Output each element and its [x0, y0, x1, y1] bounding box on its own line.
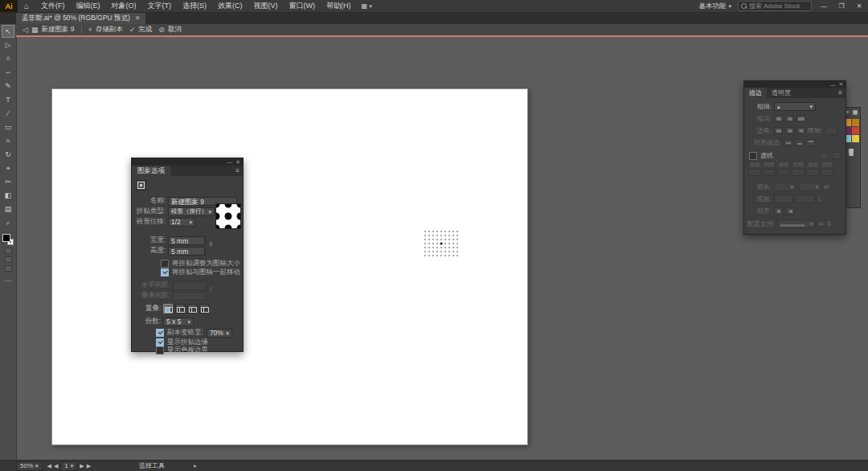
next-artboard-button[interactable]: ▶ [80, 463, 84, 469]
draw-inside-mode-button[interactable] [5, 265, 12, 272]
menu-type[interactable]: 文字(T) [142, 0, 178, 12]
restore-button[interactable]: ❐ [836, 2, 847, 10]
step-up-icon[interactable]: ▴ [777, 104, 780, 109]
align-stroke-center-button[interactable] [784, 139, 792, 146]
status-options-icon[interactable]: ▸ [194, 462, 197, 469]
menu-edit[interactable]: 编辑(E) [71, 0, 106, 12]
magic-wand-tool[interactable]: ✧ [2, 52, 14, 65]
more-tools-button[interactable]: … [2, 272, 14, 285]
overlap-right-in-front-button[interactable] [175, 304, 185, 313]
rectangle-tool[interactable]: ▭ [2, 121, 14, 133]
first-artboard-button[interactable]: ◀ [47, 463, 51, 469]
butt-cap-button[interactable] [774, 115, 783, 122]
menu-select[interactable]: 选择(S) [177, 0, 212, 12]
overlap-bottom-in-front-button[interactable] [199, 304, 209, 313]
done-button[interactable]: ✓ 完成 [129, 25, 153, 35]
collapse-icon[interactable]: — [830, 82, 836, 88]
artboard[interactable] [51, 88, 528, 445]
selection-tool[interactable]: ↖ [2, 25, 14, 38]
mesh-tool[interactable]: ▤ [2, 203, 14, 215]
show-swatch-bounds-checkbox[interactable] [156, 346, 164, 354]
cancel-button[interactable]: ⊘ 取消 [158, 25, 182, 35]
color-swatch[interactable] [852, 135, 859, 142]
fill-color-swatch[interactable] [2, 234, 10, 242]
pattern-tiling-preview[interactable] [424, 231, 458, 256]
draw-normal-mode-button[interactable] [5, 248, 12, 254]
pattern-tile-tool-button[interactable] [136, 180, 146, 190]
projecting-cap-button[interactable] [796, 115, 805, 122]
chevron-down-icon[interactable]: ▾ [809, 104, 813, 109]
fill-stroke-control[interactable] [2, 234, 14, 245]
bevel-join-button[interactable] [796, 127, 805, 134]
dashed-line-checkbox[interactable] [749, 152, 757, 160]
arrange-documents-icon[interactable]: ▦ ▾ [362, 2, 372, 10]
stroke-panel[interactable]: — ✕ 描边 透明度 ≡ 粗细: ▴ ▾ 端点: 边角: 限制: 对齐描边: [743, 80, 846, 235]
menu-help[interactable]: 帮助(H) [321, 0, 357, 12]
type-tool[interactable]: T [2, 93, 14, 106]
size-tile-to-art-checkbox[interactable] [161, 260, 169, 268]
last-artboard-button[interactable]: ▶ [87, 463, 91, 469]
paintbrush-tool[interactable]: ≈ [2, 134, 14, 147]
save-copy-button[interactable]: + 存储副本 [88, 25, 123, 35]
draw-behind-mode-button[interactable] [5, 256, 12, 263]
grid-view-icon[interactable]: ▦ [852, 109, 858, 116]
zoom-level-select[interactable]: 50% ▾ [16, 461, 43, 471]
artboard-navigation-select[interactable]: 1 ▾ [60, 461, 77, 471]
scissors-tool[interactable]: ✂ [2, 175, 14, 188]
lasso-tool[interactable]: ∽ [2, 66, 14, 79]
brick-offset-select[interactable]: 1/2 ▾ [168, 218, 195, 227]
shape-builder-tool[interactable]: ◧ [2, 189, 14, 202]
collapse-icon[interactable]: — [227, 159, 232, 165]
dim-copies-checkbox[interactable] [156, 329, 164, 337]
menu-window[interactable]: 窗口(W) [284, 0, 321, 12]
stock-search-input[interactable]: 搜索 Adobe Stock [738, 1, 812, 11]
round-cap-button[interactable] [785, 115, 794, 122]
panel-close-icon[interactable]: ✕ [235, 159, 240, 166]
align-stroke-outside-button[interactable] [806, 139, 815, 146]
menu-effect[interactable]: 效果(C) [212, 0, 248, 12]
line-segment-tool[interactable]: ∕ [2, 107, 14, 120]
overlap-left-in-front-button[interactable] [163, 304, 173, 313]
limit-input[interactable] [825, 126, 837, 135]
tab-close-icon[interactable]: ✕ [135, 14, 141, 22]
align-dashes-to-corners-button[interactable] [832, 152, 841, 159]
panel-menu-icon[interactable]: ≡ [235, 167, 243, 174]
document-tab[interactable]: 孟菲斯.ai* @ 50% (RGB/GPU 预览) ✕ [16, 12, 145, 24]
copies-select[interactable]: 5 x 5 ▾ [163, 317, 194, 326]
rotate-tool[interactable]: ↻ [2, 148, 14, 161]
color-swatch[interactable] [852, 119, 859, 126]
align-stroke-inside-button[interactable] [795, 139, 804, 146]
pattern-options-tab[interactable]: 图案选项 [132, 166, 170, 176]
overlap-top-in-front-button[interactable] [187, 304, 197, 313]
workspace-switcher[interactable]: 基本功能 ▾ [698, 2, 731, 11]
panel-close-icon[interactable]: ✕ [839, 81, 843, 88]
color-swatch[interactable] [852, 127, 859, 134]
menu-view[interactable]: 视图(V) [248, 0, 284, 12]
round-join-button[interactable] [785, 127, 794, 134]
move-tile-with-art-checkbox[interactable] [161, 268, 169, 276]
exit-pattern-mode-button[interactable]: ◁ ▦ 新建图案 9 [23, 25, 75, 35]
height-input[interactable]: 5 mm [168, 247, 205, 256]
tab-transparency[interactable]: 透明度 [767, 88, 796, 98]
miter-join-button[interactable] [774, 127, 783, 134]
pen-tool[interactable]: ✎ [2, 80, 14, 92]
menu-object[interactable]: 对象(O) [106, 0, 142, 12]
panel-menu-icon[interactable]: ≡ [838, 89, 845, 96]
minimize-button[interactable]: — [818, 2, 829, 10]
dim-copies-select[interactable]: 70% ▾ [207, 329, 232, 338]
home-icon[interactable]: ⌂ [18, 2, 35, 10]
menu-file[interactable]: 文件(F) [35, 0, 71, 12]
weight-stepper[interactable]: ▴ ▾ [774, 102, 816, 111]
width-input[interactable]: 5 mm [168, 236, 205, 245]
direct-selection-tool[interactable]: ▷ [2, 39, 14, 51]
delete-swatch-icon[interactable] [848, 149, 854, 156]
previous-artboard-button[interactable]: ◀ [54, 463, 58, 469]
arrow-tip-align-button[interactable] [774, 207, 783, 215]
zoom-tool[interactable]: ⌕ [2, 216, 14, 229]
tile-type-select[interactable]: 砖形（按行） ▾ [168, 207, 215, 216]
pattern-options-panel[interactable]: — ✕ 图案选项 ≡ 名称: 新建图案 9 拼贴类型: 砖形（按行） ▾ 砖形位… [131, 158, 244, 352]
arrow-end-align-button[interactable] [785, 207, 794, 215]
close-button[interactable]: ✕ [854, 2, 865, 10]
eyedropper-tool[interactable]: ⌖ [2, 162, 14, 174]
tab-stroke[interactable]: 描边 [744, 88, 767, 98]
